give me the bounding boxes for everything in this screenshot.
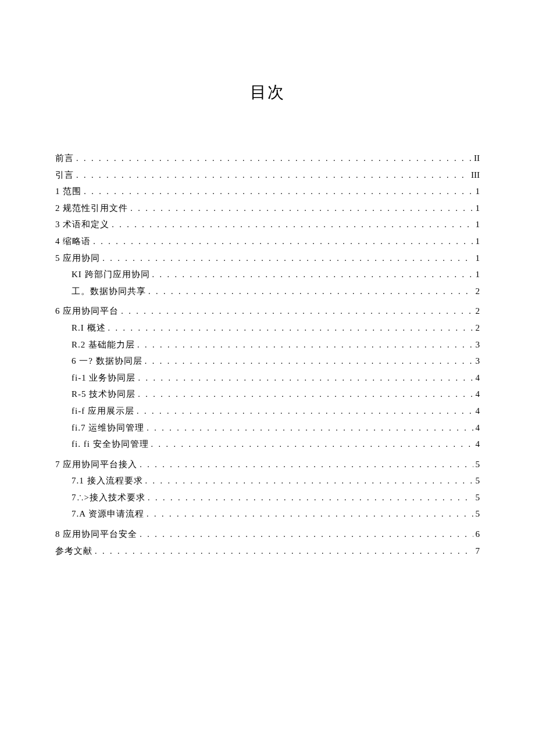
toc-entry-page: 5 [476, 489, 480, 506]
toc-leader-dots [152, 267, 473, 283]
toc-entry-label: 7.1 接入流程要求 [72, 472, 143, 489]
toc-entry-label: 前言 [55, 150, 74, 167]
toc-entry: fi-1 业务协同层4 [55, 370, 480, 386]
toc-leader-dots [108, 321, 473, 336]
toc-entry: 8 应用协同平台安全6 [55, 526, 480, 543]
toc-leader-dots [138, 371, 473, 386]
toc-entry: 参考文献7 [55, 543, 480, 560]
toc-entry: fi.7 运维协同管理4 [55, 420, 480, 436]
toc-entry: R.I 概述2 [55, 320, 480, 336]
toc-leader-dots [130, 201, 473, 217]
toc-entry-label: R.2 基础能力层 [72, 336, 135, 353]
toc-entry-label: 引言 [55, 167, 74, 184]
toc-entry-label: KI 跨部门应用协同 [72, 266, 150, 283]
toc-entry: 7.A 资源申请流程5 [55, 506, 480, 522]
toc-entry-page: 4 [476, 386, 480, 403]
toc-leader-dots [145, 474, 473, 489]
toc-entry-label: fi-f 应用展示层 [72, 403, 134, 420]
toc-leader-dots [138, 387, 473, 403]
toc-entry: 7 应用协同平台接入5 [55, 456, 480, 473]
toc-entry-page: II [474, 150, 480, 167]
toc-entry-label: 8 应用协同平台安全 [55, 526, 137, 543]
toc-entry: 5 应用协同1 [55, 250, 480, 267]
toc-leader-dots [95, 544, 473, 560]
toc-leader-dots [140, 527, 473, 543]
toc-entry-label: 1 范围 [55, 183, 81, 200]
toc-leader-dots [84, 184, 473, 200]
toc-entry-label: 2 规范性引用文件 [55, 200, 128, 217]
toc-entry-label: 7 应用协同平台接入 [55, 456, 137, 473]
toc-entry: 前言II [55, 150, 480, 167]
toc-entry-label: R.I 概述 [72, 320, 106, 336]
toc-entry-page: 1 [476, 200, 480, 217]
toc-entry-page: 1 [476, 216, 480, 233]
toc-entry-page: 4 [476, 420, 480, 436]
toc-entry-label: 6 应用协同平台 [55, 303, 119, 320]
toc-leader-dots [140, 457, 473, 473]
toc-entry: 工。数据协同共享2 [55, 283, 480, 300]
toc-entry: 2 规范性引用文件1 [55, 200, 480, 217]
toc-leader-dots [137, 338, 473, 353]
toc-entry: KI 跨部门应用协同1 [55, 266, 480, 283]
toc-entry-page: III [471, 167, 480, 184]
toc-entry: R.2 基础能力层3 [55, 336, 480, 353]
toc-entry-label: 3 术语和定义 [55, 216, 109, 233]
toc-leader-dots [76, 151, 472, 167]
toc-entry-page: 4 [476, 370, 480, 386]
toc-entry-page: 5 [476, 472, 480, 489]
toc-entry-page: 4 [476, 436, 480, 453]
toc-entry-label: 参考文献 [55, 543, 92, 560]
toc-entry-page: 2 [476, 303, 480, 320]
toc-entry-page: 3 [476, 336, 480, 353]
toc-entry-page: 7 [476, 543, 480, 560]
toc-entry-label: 7∴>接入技术要求 [72, 489, 145, 506]
toc-entry-page: 5 [476, 456, 480, 473]
toc-leader-dots [145, 354, 473, 370]
toc-entry-label: 6 一? 数据协同层 [72, 353, 142, 370]
toc-leader-dots [147, 421, 473, 436]
toc-leader-dots [151, 437, 473, 453]
toc-entry-page: 3 [476, 353, 480, 370]
toc-entry: 引言III [55, 167, 480, 184]
toc-entry: fi. fi 安全协同管理4 [55, 436, 480, 453]
toc-entry: 7∴>接入技术要求5 [55, 489, 480, 506]
toc-entry-page: 2 [476, 320, 480, 336]
toc-leader-dots [93, 234, 473, 250]
toc-entry: 3 术语和定义1 [55, 216, 480, 233]
toc-entry-page: 6 [476, 526, 480, 543]
toc-leader-dots [148, 284, 473, 300]
toc-leader-dots [112, 217, 473, 233]
toc-entry-label: 4 缩略语 [55, 233, 91, 250]
toc-entry-page: 2 [476, 283, 480, 300]
toc-entry-label: fi. fi 安全协同管理 [72, 436, 149, 453]
toc-entry-page: 4 [476, 403, 480, 420]
toc-entry-label: 工。数据协同共享 [72, 283, 146, 300]
toc-title: 目次 [55, 81, 480, 103]
toc-leader-dots [147, 507, 473, 522]
toc-entry: 1 范围1 [55, 183, 480, 200]
toc-entry-page: 1 [476, 266, 480, 283]
toc-entry: 6 应用协同平台2 [55, 303, 480, 320]
toc-entry-page: 1 [476, 233, 480, 250]
toc-leader-dots [102, 251, 473, 267]
toc-entry-label: 7.A 资源申请流程 [72, 506, 144, 522]
toc-leader-dots [148, 490, 473, 506]
toc-entry: 7.1 接入流程要求5 [55, 472, 480, 489]
toc-leader-dots [121, 304, 473, 320]
toc-entry: R-5 技术协同层4 [55, 386, 480, 403]
toc-entry: 6 一? 数据协同层3 [55, 353, 480, 370]
toc-entry: 4 缩略语1 [55, 233, 480, 250]
toc-leader-dots [76, 168, 469, 184]
toc-entry-label: fi.7 运维协同管理 [72, 420, 144, 436]
toc-leader-dots [137, 404, 473, 420]
toc-container: 前言II引言III1 范围12 规范性引用文件13 术语和定义14 缩略语15 … [55, 150, 480, 559]
toc-entry-label: fi-1 业务协同层 [72, 370, 135, 386]
toc-entry-label: 5 应用协同 [55, 250, 100, 267]
toc-entry-page: 1 [476, 250, 480, 267]
toc-entry: fi-f 应用展示层4 [55, 403, 480, 420]
toc-entry-page: 1 [476, 183, 480, 200]
toc-entry-page: 5 [476, 506, 480, 522]
toc-entry-label: R-5 技术协同层 [72, 386, 135, 403]
